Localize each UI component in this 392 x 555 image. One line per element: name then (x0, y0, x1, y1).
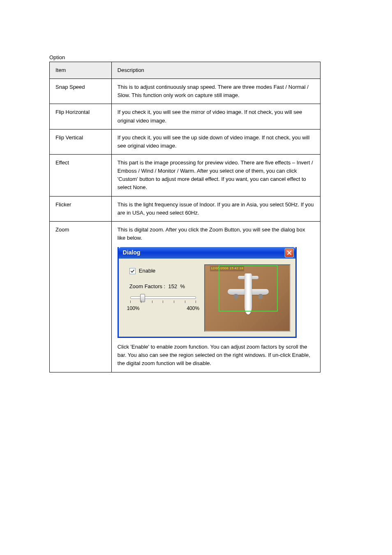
zoom-dialog: Dialog (118, 247, 297, 338)
row-item: Flicker (50, 196, 112, 221)
options-table: Item Description Snap Speed This is to a… (49, 62, 321, 372)
row-desc: If you check it, you will see the mirror… (111, 104, 320, 129)
page-label: Option (49, 54, 65, 60)
focus-rectangle[interactable] (219, 265, 278, 312)
dialog-controls: Enable Zoom Factors : 152 % (127, 264, 199, 312)
dialog-body: Enable Zoom Factors : 152 % (119, 259, 295, 337)
zoom-desc-top: This is digital zoom. After you click th… (118, 226, 314, 242)
row-desc: This is the light frequency issue of Ind… (111, 196, 320, 221)
zoom-preview: 12/05/2006 15:42:18 (204, 264, 291, 332)
row-desc: This is to adjust continuously snap spee… (111, 79, 320, 104)
slider-min-label: 100% (127, 305, 140, 312)
row-desc: This part is the image processing for pr… (111, 154, 320, 196)
zoom-slider[interactable] (129, 295, 198, 304)
enable-label: Enable (139, 267, 155, 275)
zoom-value: 152 (168, 283, 177, 289)
row-desc: This is digital zoom. After you click th… (111, 221, 320, 372)
slider-max-label: 400% (187, 305, 199, 312)
checkbox-icon[interactable] (129, 268, 136, 274)
table-row: Flip Horizontal If you check it, you wil… (50, 104, 321, 129)
table-row: Zoom This is digital zoom. After you cli… (50, 221, 321, 372)
close-icon[interactable] (285, 248, 294, 257)
row-item: Effect (50, 154, 112, 196)
row-item: Snap Speed (50, 79, 112, 104)
row-desc: If you check it, you will see the up sid… (111, 129, 320, 154)
zoom-desc-bottom: Click 'Enable' to enable zoom function. … (118, 343, 314, 368)
table-row: Effect This part is the image processing… (50, 154, 321, 196)
table-row: Flicker This is the light frequency issu… (50, 196, 321, 221)
dialog-titlebar[interactable]: Dialog (119, 247, 295, 259)
table-header-item: Item (50, 62, 112, 79)
dialog-title-text: Dialog (123, 248, 141, 257)
table-header-desc: Description (111, 62, 320, 79)
table-row: Snap Speed This is to adjust continuousl… (50, 79, 321, 104)
row-item: Zoom (50, 221, 112, 372)
zoom-factors-label: Zoom Factors : 152 % (129, 282, 199, 291)
enable-checkbox-row[interactable]: Enable (129, 267, 199, 275)
row-item: Flip Vertical (50, 129, 112, 154)
table-row: Flip Vertical If you check it, you will … (50, 129, 321, 154)
row-item: Flip Horizontal (50, 104, 112, 129)
